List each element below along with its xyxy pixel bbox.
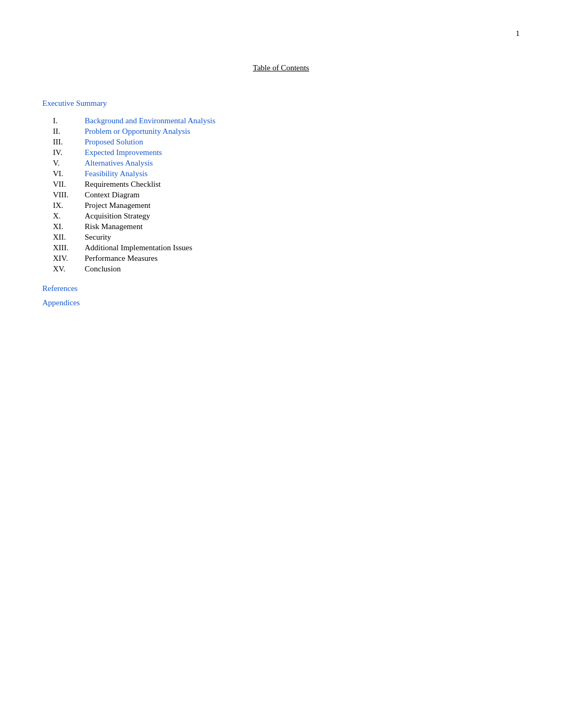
- toc-title: Table of Contents: [42, 63, 520, 72]
- toc-entry-number: VII.: [53, 180, 85, 189]
- page-number: 1: [516, 29, 520, 38]
- toc-entry-link[interactable]: Alternatives Analysis: [85, 159, 153, 168]
- toc-entry-number: XV.: [53, 265, 85, 274]
- toc-entry: IX.Project Management: [53, 201, 520, 210]
- toc-entry: I.Background and Environmental Analysis: [53, 116, 520, 125]
- toc-entry-number: VI.: [53, 169, 85, 178]
- toc-entry-link[interactable]: Feasibility Analysis: [85, 169, 148, 178]
- toc-entry-label: Project Management: [85, 201, 151, 210]
- toc-entry-link[interactable]: Proposed Solution: [85, 138, 143, 147]
- toc-entry-number: III.: [53, 138, 85, 147]
- toc-entry-label: Acquisition Strategy: [85, 212, 150, 221]
- toc-entry-number: XIII.: [53, 243, 85, 252]
- toc-entry: V.Alternatives Analysis: [53, 159, 520, 168]
- toc-entry: XII.Security: [53, 233, 520, 242]
- toc-entry-label: Security: [85, 233, 111, 242]
- toc-entry-number: IV.: [53, 148, 85, 157]
- toc-entry-number: X.: [53, 212, 85, 221]
- toc-entry-label: Additional Implementation Issues: [85, 243, 192, 252]
- toc-entries: I.Background and Environmental AnalysisI…: [53, 116, 520, 274]
- toc-entry: XIII.Additional Implementation Issues: [53, 243, 520, 252]
- toc-entry-number: XI.: [53, 222, 85, 231]
- toc-entry: III.Proposed Solution: [53, 138, 520, 147]
- toc-entry-link[interactable]: Expected Improvements: [85, 148, 162, 157]
- toc-entry-label: Risk Management: [85, 222, 143, 231]
- toc-entry: VIII.Context Diagram: [53, 190, 520, 199]
- toc-entry: X.Acquisition Strategy: [53, 212, 520, 221]
- appendices-link[interactable]: Appendices: [42, 298, 520, 307]
- toc-entry: XI.Risk Management: [53, 222, 520, 231]
- toc-entry: IV.Expected Improvements: [53, 148, 520, 157]
- executive-summary-link[interactable]: Executive Summary: [42, 99, 520, 108]
- toc-entry-number: II.: [53, 127, 85, 136]
- toc-entry: VII.Requirements Checklist: [53, 180, 520, 189]
- toc-entry-number: IX.: [53, 201, 85, 210]
- toc-entry-link[interactable]: Background and Environmental Analysis: [85, 116, 215, 125]
- toc-entry: XV.Conclusion: [53, 265, 520, 274]
- toc-entry: XIV.Performance Measures: [53, 254, 520, 263]
- toc-entry-number: XII.: [53, 233, 85, 242]
- toc-entry: VI.Feasibility Analysis: [53, 169, 520, 178]
- toc-entry-number: XIV.: [53, 254, 85, 263]
- toc-entry-label: Context Diagram: [85, 190, 140, 199]
- toc-entry-label: Conclusion: [85, 265, 121, 274]
- toc-entry: II.Problem or Opportunity Analysis: [53, 127, 520, 136]
- toc-entry-number: VIII.: [53, 190, 85, 199]
- toc-entry-label: Requirements Checklist: [85, 180, 161, 189]
- toc-entry-label: Performance Measures: [85, 254, 158, 263]
- toc-entry-number: V.: [53, 159, 85, 168]
- toc-entry-link[interactable]: Problem or Opportunity Analysis: [85, 127, 191, 136]
- references-link[interactable]: References: [42, 284, 520, 293]
- page: 1 Table of Contents Executive Summary I.…: [0, 0, 562, 728]
- toc-entry-number: I.: [53, 116, 85, 125]
